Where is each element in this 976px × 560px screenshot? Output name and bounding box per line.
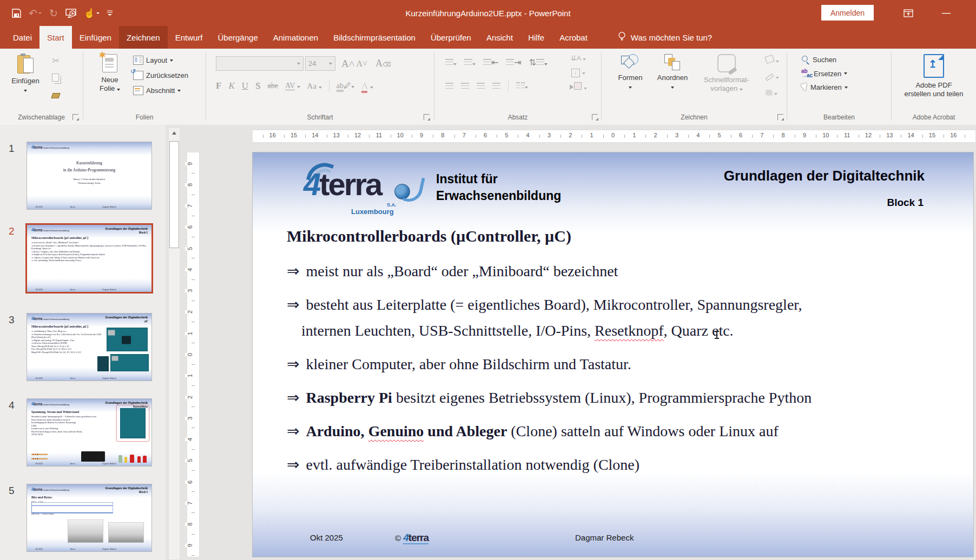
4terra-logo: 4terra S.A. Luxembourg (299, 161, 429, 217)
decrease-indent-icon[interactable]: ⇤ (483, 57, 498, 68)
clipboard-dialog-launcher-icon[interactable] (72, 114, 78, 120)
font-size-combobox[interactable]: 24 (305, 56, 335, 71)
ruler-number: 9 (418, 132, 425, 138)
quick-styles-button[interactable]: Schnellformat- vorlagen (695, 53, 759, 93)
tab-überprüfen[interactable]: Überprüfen (423, 26, 479, 49)
shapes-button[interactable]: Formen (611, 53, 649, 91)
decrease-font-size-icon[interactable]: A˅ (356, 59, 367, 69)
ruler-number: 3 (185, 417, 195, 420)
scrollbar-up-arrow-icon[interactable] (169, 128, 180, 137)
numbering-icon[interactable] (464, 58, 476, 68)
layout-button[interactable]: Layout (133, 56, 188, 65)
tab-übergänge[interactable]: Übergänge (210, 26, 266, 49)
align-left-icon[interactable] (445, 83, 453, 89)
ruler-number: 4 (695, 132, 701, 138)
ruler-number: 11 (842, 132, 852, 138)
change-case-button[interactable]: Aa (307, 82, 322, 91)
ruler-number: 8 (780, 132, 787, 138)
redo-icon[interactable]: ↻ (49, 7, 58, 19)
save-icon[interactable] (12, 9, 21, 18)
bold-button[interactable]: F (216, 81, 221, 91)
ruler-number: 10 (395, 132, 405, 138)
slide-body-textbox[interactable]: Mikrocontrollerboards (µController, µC) … (287, 227, 957, 489)
justify-icon[interactable] (492, 83, 500, 89)
copy-icon[interactable] (52, 74, 59, 84)
slide-footer-date: Okt 2025 (310, 533, 343, 542)
italic-button[interactable]: K (228, 81, 234, 91)
slide-bullet: ⇒meist nur als „Board“ oder „Miniboard“ … (287, 262, 957, 281)
ribbon: Einfügen ✂ Zwischenablage ✱ Neue Folie L… (0, 49, 976, 125)
scrollbar-thumb[interactable] (169, 141, 179, 248)
tab-hilfe[interactable]: Hilfe (520, 26, 552, 49)
replace-icon: ab→ac (801, 69, 811, 78)
create-pdf-button[interactable]: Adobe PDF erstellen und teilen (899, 53, 969, 98)
tab-einfügen[interactable]: Einfügen (72, 26, 119, 49)
strikethrough-button[interactable]: abe (267, 82, 278, 90)
highlight-color-button[interactable]: ab🖉 (337, 82, 354, 90)
thumbnail-scrollbar[interactable] (168, 128, 180, 560)
paste-button[interactable]: Einfügen (6, 53, 44, 94)
minimize-icon[interactable]: — (935, 0, 957, 26)
customize-quick-access-toolbar-icon[interactable] (107, 10, 113, 16)
undo-icon[interactable]: ↶ (29, 7, 42, 19)
columns-icon[interactable] (516, 81, 528, 91)
character-spacing-button[interactable]: AV (285, 82, 300, 90)
increase-font-size-icon[interactable]: A˄ (341, 58, 354, 70)
sign-in-button[interactable]: Anmelden (821, 5, 874, 21)
line-spacing-icon[interactable]: ⇅ (529, 57, 548, 68)
tab-zeichnen[interactable]: Zeichnen (119, 26, 168, 49)
shape-outline-icon[interactable] (766, 71, 779, 81)
slide-thumbnail-5[interactable]: 4terra Institut für ErwachsenenbildungGr… (27, 484, 152, 552)
vertical-ruler[interactable]: 9876543210123456789 (187, 152, 200, 557)
ruler-number: 14 (906, 132, 915, 138)
format-painter-icon[interactable] (52, 91, 60, 101)
slide-thumbnail-3[interactable]: 4terra Institut für ErwachsenenbildungGr… (27, 313, 152, 381)
increase-indent-icon[interactable]: ⇥ (506, 57, 521, 68)
slide-thumbnail-2[interactable]: 4terra Institut für ErwachsenenbildungGr… (25, 223, 153, 294)
cut-icon[interactable]: ✂ (52, 55, 60, 66)
horizontal-ruler[interactable]: 1615141312111098765432101234567891011121… (252, 130, 976, 143)
tab-ansicht[interactable]: Ansicht (479, 26, 520, 49)
bullets-icon[interactable] (445, 58, 457, 68)
align-center-icon[interactable] (461, 83, 469, 89)
tab-animationen[interactable]: Animationen (266, 26, 326, 49)
clear-formatting-icon[interactable]: A⌫ (375, 58, 391, 69)
shape-fill-icon[interactable] (766, 55, 779, 65)
shape-effects-icon[interactable] (766, 88, 779, 97)
tab-start[interactable]: Start (39, 26, 72, 49)
group-label-paragraph: Absatz (434, 114, 601, 121)
ruler-number: 1 (631, 132, 637, 138)
tab-acrobat[interactable]: Acrobat (552, 26, 595, 49)
slide-canvas[interactable]: 4terra S.A. Luxembourg Institut fürErwac… (252, 152, 974, 557)
text-direction-icon[interactable]: ⇊A (571, 54, 586, 62)
drawing-dialog-launcher-icon[interactable] (777, 114, 783, 120)
touch-mouse-mode-icon[interactable]: ☝ (84, 8, 100, 19)
tab-entwurf[interactable]: Entwurf (168, 26, 210, 49)
section-icon (133, 86, 143, 95)
slide-thumbnail-4[interactable]: 4terra Institut für ErwachsenenbildungGr… (27, 398, 152, 466)
underline-button[interactable]: U (242, 81, 248, 91)
text-shadow-button[interactable]: S (255, 81, 260, 91)
find-button[interactable]: Suchen (801, 55, 848, 64)
select-button[interactable]: Markieren (801, 83, 848, 91)
arrange-button[interactable]: Anordnen (651, 53, 694, 91)
paragraph-dialog-launcher-icon[interactable] (592, 114, 598, 120)
tab-datei[interactable]: Datei (5, 26, 39, 49)
slide-number-2: 2 (9, 225, 27, 237)
slide-thumbnail-1[interactable]: 4terra Institut für ErwachsenenbildungKu… (27, 142, 152, 210)
convert-to-smartart-icon[interactable] (570, 82, 587, 92)
start-from-beginning-icon[interactable] (65, 9, 76, 18)
reset-button[interactable]: Zurücksetzen (133, 71, 188, 80)
align-right-icon[interactable] (477, 83, 485, 89)
group-label-acrobat: Adobe Acrobat (892, 114, 976, 121)
replace-button[interactable]: ab→acErsetzen (801, 69, 848, 78)
font-dialog-launcher-icon[interactable] (424, 114, 430, 120)
tell-me-box[interactable]: Was möchten Sie tun? (610, 26, 720, 49)
ribbon-display-options-icon[interactable] (898, 0, 919, 26)
section-button[interactable]: Abschnitt (133, 86, 188, 95)
new-slide-button[interactable]: ✱ Neue Folie (91, 53, 129, 93)
font-name-combobox[interactable] (216, 56, 304, 71)
align-text-icon[interactable]: ↕ (571, 67, 585, 77)
tab-bildschirmpräsentation[interactable]: Bildschirmpräsentation (326, 26, 423, 49)
font-color-button[interactable]: A (361, 81, 373, 91)
